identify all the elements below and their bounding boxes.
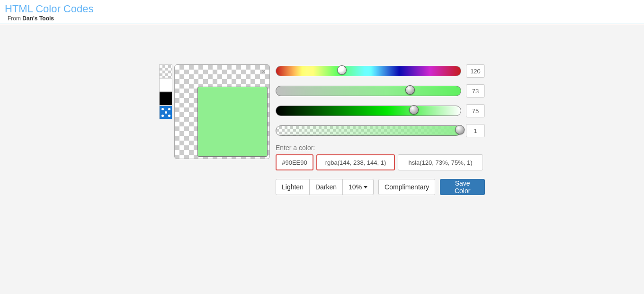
site-subtitle: From Dan's Tools (8, 15, 639, 22)
color-input-row (276, 154, 485, 170)
swatch-white[interactable] (159, 78, 172, 92)
sat-knob[interactable] (405, 85, 415, 95)
sat-slider-row (276, 84, 485, 98)
enter-color-label: Enter a color: (276, 144, 485, 151)
dice-icon (161, 108, 170, 117)
main-area: × (0, 24, 644, 195)
action-row: Lighten Darken 10% Complimentary Save Co… (276, 179, 485, 195)
light-slider-row (276, 104, 485, 117)
alpha-slider-row (276, 124, 485, 137)
hsla-input[interactable] (398, 154, 483, 170)
color-preview-canvas[interactable]: × (174, 64, 270, 159)
complimentary-button[interactable]: Complimentary (378, 179, 435, 195)
swatch-stack (159, 64, 172, 195)
lightness-slider[interactable] (276, 106, 461, 116)
percent-dropdown[interactable]: 10% (343, 179, 374, 195)
lightness-input[interactable] (466, 104, 485, 117)
saturation-input[interactable] (466, 84, 485, 98)
color-picker: × (159, 64, 485, 195)
hue-knob[interactable] (337, 65, 347, 75)
light-knob[interactable] (409, 105, 419, 115)
preview-column: × (159, 64, 270, 195)
lighten-button[interactable]: Lighten (276, 179, 310, 195)
save-color-button[interactable]: Save Color (440, 179, 485, 195)
adjust-group: Lighten Darken 10% (276, 179, 374, 195)
alpha-input[interactable] (466, 124, 485, 137)
alpha-slider[interactable] (276, 125, 461, 136)
site-header: HTML Color Codes From Dan's Tools (0, 0, 644, 24)
chevron-down-icon (364, 186, 367, 188)
swatch-black[interactable] (159, 92, 172, 106)
controls-column: Enter a color: Lighten Darken 10% Compli… (276, 64, 485, 195)
preview-swatch (197, 87, 268, 157)
hue-slider-row (276, 64, 485, 78)
saturation-slider[interactable] (276, 86, 461, 96)
hex-input[interactable] (276, 154, 313, 170)
swatch-transparent[interactable] (159, 64, 172, 78)
rgba-input[interactable] (316, 154, 395, 170)
site-title[interactable]: HTML Color Codes (5, 3, 93, 15)
alpha-knob[interactable] (455, 125, 465, 134)
hue-input[interactable] (466, 64, 485, 78)
hue-slider[interactable] (276, 66, 461, 76)
darken-button[interactable]: Darken (310, 179, 343, 195)
swatch-random[interactable] (159, 106, 172, 119)
close-icon[interactable]: × (262, 68, 266, 75)
